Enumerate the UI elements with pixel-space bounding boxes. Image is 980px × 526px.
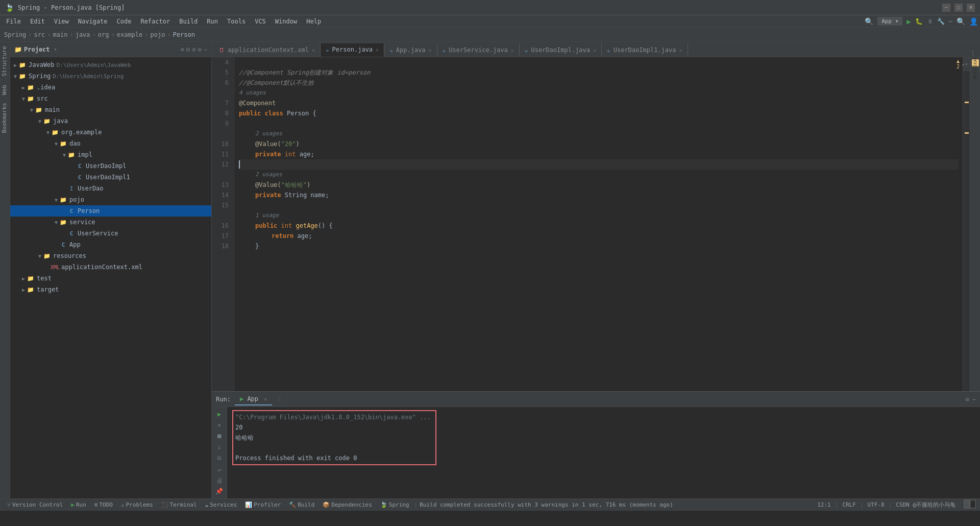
run-hide-icon[interactable]: −	[972, 396, 976, 403]
gutter-collapse[interactable]: ▾	[965, 61, 968, 67]
tree-item-appctx[interactable]: XML applicationContext.xml	[10, 261, 211, 273]
run-scroll-down[interactable]: ↓	[214, 442, 225, 452]
debug-button[interactable]: 🐛	[915, 18, 923, 25]
services-button[interactable]: ☁ Services	[202, 500, 240, 510]
notification-badge[interactable]: Notifications	[972, 59, 979, 66]
sidebar-bookmarks[interactable]: Bookmarks	[0, 99, 10, 137]
code-editor[interactable]: //@Component Spring创建对象 id=person //@Com…	[235, 57, 963, 391]
project-dropdown-arrow[interactable]: ▾	[54, 46, 57, 52]
editor-tabs-menu[interactable]: ⋮	[970, 50, 976, 57]
breadcrumb-spring[interactable]: Spring	[4, 31, 26, 38]
run-tab-close[interactable]: ✕	[264, 396, 267, 402]
breadcrumb-java[interactable]: java	[76, 31, 90, 38]
breadcrumb-src[interactable]: src	[34, 31, 45, 38]
tree-item-service[interactable]: ▼ 📁 service	[10, 217, 211, 228]
tree-item-javaweb[interactable]: ▶ 📁 JavaWeb D:\Users\Admin\JavaWeb	[10, 59, 211, 70]
tree-item-src[interactable]: ▼ 📁 src	[10, 93, 211, 104]
sort-icon[interactable]: ≡	[192, 46, 195, 53]
toolbar-account[interactable]: 👤	[969, 17, 978, 26]
app-dropdown[interactable]: App ▾	[877, 17, 902, 26]
close-tab-userservice[interactable]: ✕	[511, 47, 514, 53]
close-tab-app[interactable]: ✕	[429, 47, 432, 53]
menu-help[interactable]: Help	[302, 17, 325, 26]
build-button[interactable]: 🔨 Build	[286, 500, 317, 510]
breadcrumb-main[interactable]: main	[53, 31, 68, 38]
terminal-button[interactable]: ⬛ Terminal	[158, 500, 200, 510]
collapse-all-icon[interactable]: ⊟	[186, 46, 190, 53]
toolbar-icon3[interactable]: ↩	[949, 18, 952, 25]
menu-code[interactable]: Code	[113, 17, 136, 26]
toolbar-search[interactable]: 🔍	[957, 17, 965, 26]
tree-item-app[interactable]: C App	[10, 239, 211, 250]
menu-view[interactable]: View	[50, 17, 73, 26]
minimize-button[interactable]: ─	[942, 4, 950, 12]
todo-button[interactable]: ≡ TODO	[91, 500, 116, 510]
dependencies-button[interactable]: 📦 Dependencies	[320, 500, 375, 510]
tree-item-person[interactable]: C Person	[10, 205, 211, 217]
run-wrap-icon[interactable]: ↵	[214, 464, 225, 474]
breadcrumb-person[interactable]: Person	[173, 31, 195, 38]
search-everywhere-icon[interactable]: 🔍	[865, 17, 873, 26]
tree-item-userdaoimpl1[interactable]: C UserDaoImpl1	[10, 172, 211, 183]
tree-item-main[interactable]: ▼ 📁 main	[10, 104, 211, 115]
tree-item-userdao[interactable]: I UserDao	[10, 183, 211, 194]
tree-item-target[interactable]: ▶ 📁 target	[10, 284, 211, 295]
menu-vcs[interactable]: VCS	[251, 17, 270, 26]
locate-icon[interactable]: ⊕	[181, 46, 184, 53]
run-app-tab[interactable]: ▶ App ✕	[235, 393, 272, 405]
editor-content[interactable]: 4 5 6 7 8 9 10 11 12 13 14 15 16 17 18	[212, 57, 980, 391]
tree-item-resources[interactable]: ▼ 📁 resources	[10, 250, 211, 261]
sidebar-web[interactable]: Web	[0, 81, 10, 99]
run-print-icon[interactable]: 🖨	[214, 475, 225, 486]
menu-run[interactable]: Run	[203, 17, 222, 26]
breadcrumb-org[interactable]: org	[98, 31, 109, 38]
close-button[interactable]: ✕	[967, 4, 975, 12]
menu-window[interactable]: Window	[271, 17, 301, 26]
settings-icon[interactable]: ⚙	[198, 46, 202, 53]
menu-edit[interactable]: Edit	[26, 17, 49, 26]
run-status-button[interactable]: ▶ Run	[68, 500, 89, 510]
close-tab-userdaoimpl[interactable]: ✕	[593, 47, 596, 53]
toolbar-icon1[interactable]: ⏸	[927, 18, 933, 25]
run-filter-icon[interactable]: ⊟	[214, 453, 225, 464]
run-stop-button[interactable]: ⏹	[214, 431, 225, 441]
breadcrumb-pojo[interactable]: pojo	[151, 31, 165, 38]
tree-item-test[interactable]: ▶ 📁 test	[10, 273, 211, 284]
version-control-button[interactable]: ⑂ Version Control	[4, 500, 66, 510]
close-tab-appctx[interactable]: ✕	[312, 47, 315, 53]
sidebar-structure[interactable]: Structure	[0, 42, 10, 81]
menu-file[interactable]: File	[2, 17, 25, 26]
tree-item-dao[interactable]: ▼ 📁 dao	[10, 138, 211, 149]
run-rerun-icon[interactable]: ≡	[214, 420, 225, 431]
tab-userdaoimpl[interactable]: ☕ UserDaoImpl.java ✕	[520, 43, 602, 57]
close-tab-person[interactable]: ✕	[376, 47, 379, 53]
problems-button[interactable]: ⚠ Problems	[118, 500, 156, 510]
tree-item-spring[interactable]: ▼ 📁 Spring D:\Users\Admin\Spring	[10, 70, 211, 82]
maximize-button[interactable]: □	[954, 4, 963, 12]
tree-item-userdaoimpl[interactable]: C UserDaoImpl	[10, 160, 211, 172]
menu-navigate[interactable]: Navigate	[74, 17, 112, 26]
indent-button[interactable]	[964, 499, 976, 510]
close-tab-userdaoimpl1[interactable]: ✕	[679, 47, 682, 53]
tab-userdaoimpl1[interactable]: ☕ UserDaoImpl1.java ✕	[602, 43, 688, 57]
tree-item-pojo[interactable]: ▼ 📁 pojo	[10, 194, 211, 205]
spring-button[interactable]: 🍃 Spring	[377, 500, 412, 510]
run-pin-icon[interactable]: 📌	[214, 486, 225, 496]
tree-item-idea[interactable]: ▶ 📁 .idea	[10, 82, 211, 93]
menu-build[interactable]: Build	[175, 17, 202, 26]
run-settings-icon[interactable]: ⚙	[966, 396, 969, 403]
tab-person[interactable]: ☕ Person.java ✕	[321, 43, 384, 57]
menu-refactor[interactable]: Refactor	[136, 17, 174, 26]
toolbar-icon2[interactable]: 🔧	[937, 18, 945, 25]
run-restart-button[interactable]: ▶	[214, 409, 225, 419]
tree-item-java[interactable]: ▼ 📁 java	[10, 115, 211, 127]
tab-app[interactable]: ☕ App.java ✕	[384, 43, 437, 57]
tab-appctx[interactable]: 🗒 applicationContext.xml ✕	[214, 43, 321, 57]
tree-item-userservice[interactable]: C UserService	[10, 228, 211, 239]
run-config-button[interactable]: ▶	[906, 17, 911, 26]
menu-tools[interactable]: Tools	[223, 17, 250, 26]
profiler-button[interactable]: 📊 Profiler	[242, 500, 284, 510]
hide-icon[interactable]: −	[204, 46, 207, 53]
breadcrumb-example[interactable]: example	[117, 31, 143, 38]
tab-userservice[interactable]: ☕ UserService.java ✕	[437, 43, 520, 57]
